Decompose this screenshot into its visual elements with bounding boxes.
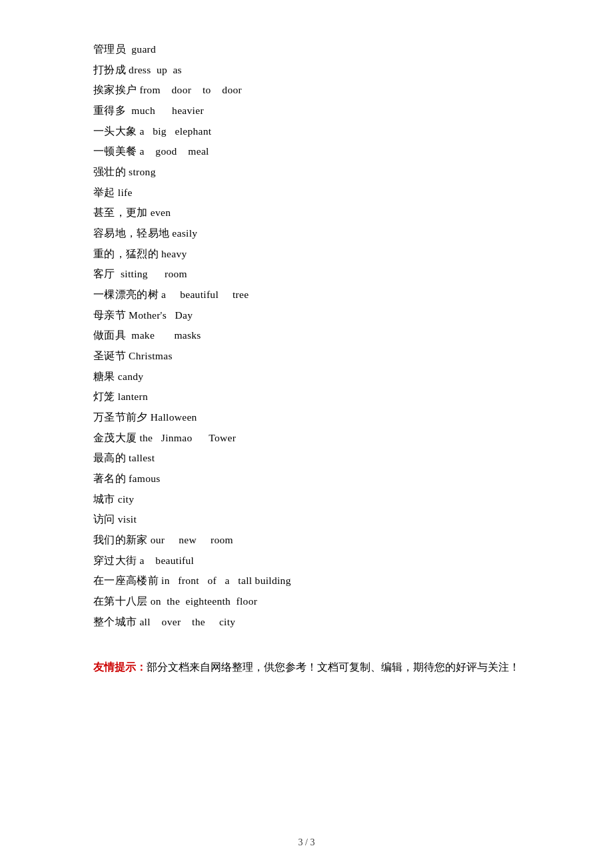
vocab-line-14: 母亲节 Mother's Day <box>93 306 520 325</box>
notice-title: 友情提示： <box>93 661 147 673</box>
notice-body: 部分文档来自网络整理，供您参考！文档可复制、编辑，期待您的好评与关注！ <box>147 661 520 673</box>
vocab-line-7: 强壮的 strong <box>93 163 520 182</box>
vocab-line-10: 容易地，轻易地 easily <box>93 224 520 243</box>
vocab-line-15: 做面具 make masks <box>93 326 520 345</box>
notice-section: 友情提示：部分文档来自网络整理，供您参考！文档可复制、编辑，期待您的好评与关注！ <box>93 658 520 677</box>
vocab-line-6: 一顿美餐 a good meal <box>93 142 520 161</box>
vocab-line-27: 在一座高楼前 in front of a tall building <box>93 571 520 591</box>
vocab-line-5: 一头大象 a big elephant <box>93 122 520 141</box>
vocab-line-19: 万圣节前夕 Halloween <box>93 408 520 427</box>
vocab-line-22: 著名的 famous <box>93 469 520 489</box>
vocab-line-3: 挨家挨户 from door to door <box>93 81 520 100</box>
vocab-line-16: 圣诞节 Christmas <box>93 347 520 366</box>
vocab-line-29: 整个城市 all over the city <box>93 613 520 632</box>
vocab-line-18: 灯笼 lantern <box>93 387 520 407</box>
vocab-line-26: 穿过大街 a beautiful <box>93 551 520 571</box>
vocab-line-13: 一棵漂亮的树 a beautiful tree <box>93 285 520 305</box>
vocab-line-24: 访问 visit <box>93 510 520 529</box>
vocab-line-1: 管理员 guard <box>93 40 520 59</box>
page-container: 管理员 guard 打扮成 dress up as 挨家挨户 from door… <box>0 0 613 868</box>
vocab-line-23: 城市 city <box>93 490 520 509</box>
page-number: 3 / 3 <box>299 837 315 847</box>
content-area: 管理员 guard 打扮成 dress up as 挨家挨户 from door… <box>93 40 520 677</box>
vocab-line-25: 我们的新家 our new room <box>93 531 520 550</box>
vocab-line-28: 在第十八层 on the eighteenth floor <box>93 592 520 611</box>
vocab-line-21: 最高的 tallest <box>93 449 520 468</box>
vocab-line-12: 客厅 sitting room <box>93 265 520 284</box>
vocab-line-9: 甚至，更加 even <box>93 203 520 223</box>
vocab-line-8: 举起 life <box>93 183 520 203</box>
vocab-line-17: 糖果 candy <box>93 367 520 387</box>
notice-paragraph: 友情提示：部分文档来自网络整理，供您参考！文档可复制、编辑，期待您的好评与关注！ <box>93 658 520 677</box>
vocab-line-11: 重的，猛烈的 heavy <box>93 245 520 264</box>
page-footer: 3 / 3 <box>0 837 613 848</box>
vocab-line-4: 重得多 much heavier <box>93 101 520 121</box>
vocab-line-20: 金茂大厦 the Jinmao Tower <box>93 429 520 448</box>
vocab-line-2: 打扮成 dress up as <box>93 61 520 80</box>
